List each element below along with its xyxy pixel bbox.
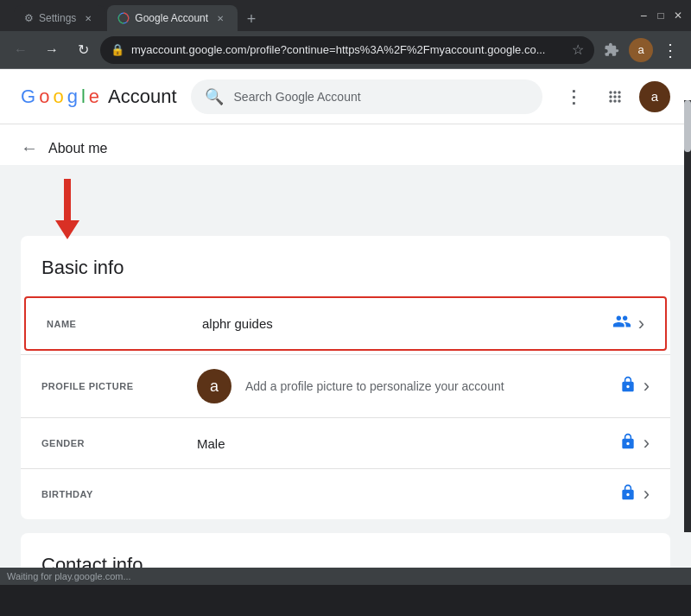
- name-row-chevron: ›: [638, 313, 644, 335]
- gender-row[interactable]: GENDER Male ›: [21, 417, 670, 468]
- minimize-button[interactable]: −: [637, 10, 650, 22]
- search-bar[interactable]: 🔍 Search Google Account: [191, 79, 542, 114]
- window-controls: − □ ✕: [637, 10, 684, 22]
- people-icon: [612, 312, 631, 335]
- settings-tab-title: Settings: [39, 12, 76, 24]
- annotation-arrow-container: [21, 179, 670, 239]
- main-content: Basic info NAME alphr guides › PROFILE P…: [0, 165, 691, 568]
- search-icon: 🔍: [205, 87, 224, 106]
- basic-info-card: Basic info NAME alphr guides › PROFILE P…: [21, 236, 670, 519]
- birthday-label: BIRTHDAY: [41, 489, 197, 499]
- birthday-row[interactable]: BIRTHDAY ›: [21, 468, 670, 519]
- tab-google-account[interactable]: Google Account ✕: [107, 5, 238, 31]
- logo-g: G: [21, 86, 35, 108]
- address-text: myaccount.google.com/profile?continue=ht…: [131, 43, 565, 56]
- logo-g2: g: [67, 86, 78, 108]
- back-button[interactable]: ←: [7, 36, 35, 64]
- account-label: Account: [108, 86, 177, 108]
- google-account-tab-icon: [117, 12, 130, 24]
- extensions-button[interactable]: [598, 36, 625, 64]
- page-content: Google Account 🔍 Search Google Account ⋮…: [0, 69, 691, 568]
- new-tab-button[interactable]: +: [239, 7, 263, 31]
- profile-picture-placeholder: Add a profile picture to personalize you…: [245, 379, 619, 393]
- name-label: NAME: [47, 319, 202, 329]
- name-value: alphr guides: [202, 316, 612, 331]
- gender-label: GENDER: [41, 438, 197, 448]
- options-button[interactable]: ⋮: [556, 79, 591, 114]
- reload-button[interactable]: ↻: [69, 36, 97, 64]
- about-me-title: About me: [48, 141, 107, 156]
- status-text: Waiting for play.google.com...: [7, 571, 131, 581]
- profile-picture-label: PROFILE PICTURE: [41, 381, 197, 391]
- status-bar: Waiting for play.google.com...: [0, 568, 691, 585]
- profile-avatar: a: [197, 369, 231, 403]
- search-placeholder: Search Google Account: [234, 90, 361, 104]
- tab-settings[interactable]: ⚙ Settings ✕: [14, 5, 105, 31]
- tabs-bar: ⚙ Settings ✕ Google Account ✕ +: [7, 0, 631, 31]
- settings-tab-close[interactable]: ✕: [81, 11, 95, 25]
- logo-e: e: [89, 86, 99, 108]
- about-me-bar: ← About me: [0, 124, 691, 165]
- google-account-logo: Google Account: [21, 86, 177, 108]
- header-icons: ⋮ a: [556, 79, 670, 114]
- gender-lock-icon: [619, 433, 637, 454]
- profile-chevron: ›: [643, 375, 650, 397]
- profile-picture-row[interactable]: PROFILE PICTURE a Add a profile picture …: [21, 354, 670, 417]
- contact-info-card: Contact info GOOGLE ACCOUNT EMAIL alphrj…: [21, 533, 670, 568]
- scrollbar-track[interactable]: [684, 100, 691, 532]
- birthday-lock-icon: [619, 484, 637, 505]
- logo-o1: o: [39, 86, 49, 108]
- title-bar: ⚙ Settings ✕ Google Account ✕ + − □ ✕: [0, 0, 691, 31]
- close-button[interactable]: ✕: [672, 10, 684, 22]
- birthday-row-icons: ›: [619, 483, 650, 505]
- user-avatar[interactable]: a: [639, 81, 670, 112]
- birthday-chevron: ›: [643, 483, 650, 505]
- maximize-button[interactable]: □: [655, 10, 667, 22]
- profile-nav-icon[interactable]: a: [629, 38, 653, 62]
- address-bar[interactable]: 🔒 myaccount.google.com/profile?continue=…: [100, 36, 594, 64]
- basic-info-title: Basic info: [21, 236, 670, 293]
- star-icon[interactable]: ☆: [572, 41, 584, 58]
- google-account-tab-close[interactable]: ✕: [213, 11, 227, 25]
- google-account-header: Google Account 🔍 Search Google Account ⋮…: [0, 69, 691, 124]
- forward-button[interactable]: →: [38, 36, 66, 64]
- menu-button[interactable]: ⋮: [656, 36, 684, 64]
- gender-row-icons: ›: [619, 432, 650, 454]
- apps-button[interactable]: [598, 79, 632, 114]
- red-arrow: [55, 179, 79, 239]
- logo-l: l: [81, 86, 86, 108]
- nav-bar: ← → ↻ 🔒 myaccount.google.com/profile?con…: [0, 31, 691, 69]
- gender-chevron: ›: [643, 432, 650, 454]
- contact-info-title: Contact info: [21, 533, 670, 568]
- name-row-icons: ›: [612, 312, 644, 335]
- gender-value: Male: [197, 436, 619, 451]
- google-account-tab-title: Google Account: [135, 12, 208, 24]
- logo-o2: o: [53, 86, 63, 108]
- scrollbar-thumb[interactable]: [684, 100, 691, 152]
- profile-lock-icon: [619, 376, 637, 397]
- lock-icon: 🔒: [111, 43, 124, 56]
- browser-window: ⚙ Settings ✕ Google Account ✕ + − □ ✕ ← …: [0, 0, 691, 585]
- about-back-button[interactable]: ←: [21, 138, 38, 158]
- name-row[interactable]: NAME alphr guides ›: [24, 296, 667, 351]
- profile-row-icons: ›: [619, 375, 650, 397]
- settings-tab-icon: ⚙: [24, 12, 34, 24]
